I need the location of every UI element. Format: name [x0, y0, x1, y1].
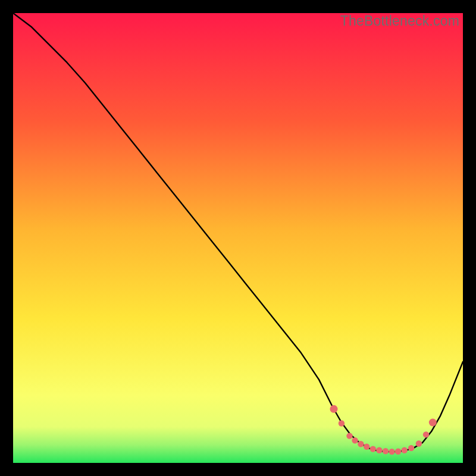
marker-dot — [376, 447, 382, 453]
marker-dot — [429, 419, 437, 427]
marker-dot — [352, 437, 358, 443]
marker-dot — [389, 449, 394, 455]
marker-dot — [395, 449, 401, 455]
marker-dot — [402, 447, 408, 453]
marker-dot — [383, 448, 389, 454]
chart-canvas — [13, 13, 463, 463]
marker-dot — [370, 446, 376, 452]
marker-dot — [358, 441, 364, 447]
marker-dot — [416, 440, 422, 446]
gradient-background — [13, 13, 463, 463]
marker-dot — [346, 433, 352, 439]
marker-dot — [330, 405, 338, 413]
watermark-text: TheBottleneck.com — [340, 13, 459, 29]
marker-dot — [364, 444, 369, 450]
marker-dot — [339, 420, 345, 426]
marker-dot — [408, 445, 414, 451]
marker-dot — [423, 431, 429, 437]
chart-frame: TheBottleneck.com — [13, 13, 463, 463]
